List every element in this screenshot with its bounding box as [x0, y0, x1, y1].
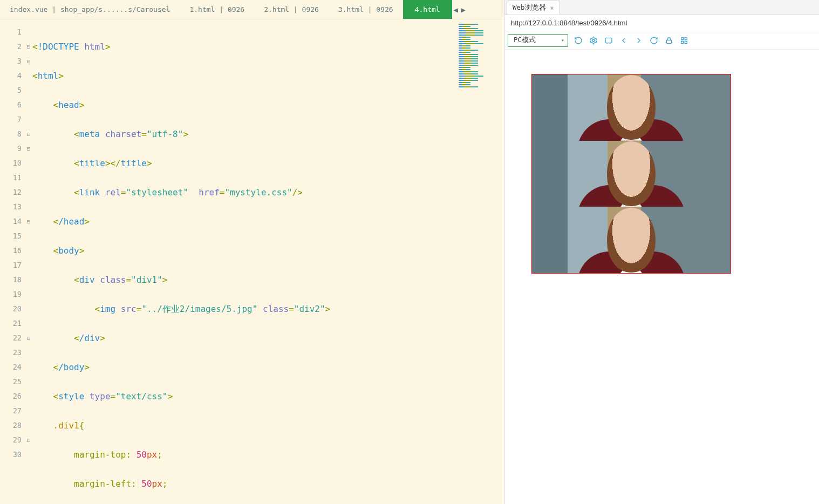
editor-pane: index.vue | shop_app/s......s/Carousel 1… — [0, 0, 504, 504]
tab-label: 2.html | 0926 — [264, 5, 319, 13]
tab-2-html[interactable]: 2.html | 0926 — [254, 0, 329, 19]
tab-label: 4.html — [415, 5, 440, 13]
close-icon[interactable]: × — [550, 4, 554, 12]
tab-3-html[interactable]: 3.html | 0926 — [329, 0, 403, 19]
device-mode-select[interactable]: PC模式 ▾ — [508, 34, 568, 47]
svg-rect-1 — [605, 38, 612, 43]
preview-viewport — [504, 50, 819, 504]
fold-gutter: ⊟ ⊟ ⊟ ⊟ ⊟ ⊟ ⊟ — [25, 19, 32, 504]
svg-rect-2 — [666, 40, 671, 43]
line-number: 24 — [0, 360, 25, 374]
browser-pane: Web浏览器 × PC模式 ▾ — [504, 0, 819, 504]
fold-toggle-icon[interactable]: ⊟ — [25, 433, 32, 447]
fold-toggle-icon[interactable]: ⊟ — [25, 141, 32, 156]
minimap[interactable] — [455, 19, 504, 504]
line-number: 3 — [0, 54, 25, 69]
fold-toggle-icon[interactable]: ⊟ — [25, 331, 32, 345]
editor-area: 1 2 3 4 5 6 7 8 9 10 11 12 13 14 15 16 1… — [0, 19, 504, 504]
line-number: 13 — [0, 200, 25, 214]
preview-image-row — [532, 141, 731, 207]
preview-image-row — [532, 74, 731, 141]
fold-toggle-icon[interactable]: ⊟ — [25, 127, 32, 141]
browser-toolbar: PC模式 ▾ — [504, 31, 819, 50]
preview-image-row — [532, 207, 731, 273]
line-number: 26 — [0, 389, 25, 404]
line-number: 23 — [0, 345, 25, 360]
fold-toggle-icon[interactable]: ⊟ — [25, 214, 32, 229]
line-number: 8 — [0, 127, 25, 141]
browser-tab-label: Web浏览器 — [513, 3, 546, 12]
tab-label: 1.html | 0926 — [189, 5, 244, 13]
chevron-down-icon: ▾ — [561, 37, 564, 43]
screenshot-icon[interactable] — [604, 36, 613, 45]
svg-rect-5 — [681, 41, 684, 43]
line-number: 9 — [0, 141, 25, 156]
fold-toggle-icon[interactable]: ⊟ — [25, 54, 32, 69]
svg-point-0 — [592, 39, 595, 42]
line-number: 27 — [0, 404, 25, 418]
url-bar — [504, 15, 819, 31]
lock-icon[interactable] — [664, 36, 674, 45]
line-number: 25 — [0, 374, 25, 389]
browser-tab-bar: Web浏览器 × — [504, 0, 819, 15]
tab-4-html-active[interactable]: 4.html — [403, 0, 452, 19]
code-view[interactable]: 1 2 3 4 5 6 7 8 9 10 11 12 13 14 15 16 1… — [0, 19, 455, 504]
tab-label: index.vue | shop_app/s......s/Carousel — [10, 5, 170, 13]
line-number: 5 — [0, 83, 25, 98]
line-number: 16 — [0, 243, 25, 258]
refresh-icon[interactable] — [649, 36, 659, 45]
back-icon[interactable] — [619, 36, 629, 45]
line-number: 28 — [0, 418, 25, 433]
url-input[interactable] — [508, 17, 816, 29]
line-number: 21 — [0, 316, 25, 331]
line-number: 14 — [0, 214, 25, 229]
fold-toggle-icon[interactable]: ⊟ — [25, 39, 32, 54]
line-number: 7 — [0, 112, 25, 127]
line-number: 11 — [0, 171, 25, 185]
device-mode-label: PC模式 — [514, 36, 536, 45]
preview-div1[interactable] — [531, 74, 731, 274]
gear-icon[interactable] — [589, 36, 598, 45]
line-number: 1 — [0, 25, 25, 39]
tab-1-html[interactable]: 1.html | 0926 — [180, 0, 254, 19]
line-number: 12 — [0, 185, 25, 200]
line-number: 17 — [0, 258, 25, 273]
tab-scroll-right-icon[interactable]: ▶ — [460, 0, 467, 19]
line-number: 19 — [0, 287, 25, 302]
browser-tab[interactable]: Web浏览器 × — [507, 1, 560, 15]
line-number: 29 — [0, 433, 25, 447]
line-number: 6 — [0, 98, 25, 112]
svg-rect-3 — [681, 37, 684, 39]
line-number: 10 — [0, 156, 25, 171]
grid-icon[interactable] — [679, 36, 689, 45]
line-number: 4 — [0, 69, 25, 83]
editor-tab-bar: index.vue | shop_app/s......s/Carousel 1… — [0, 0, 504, 19]
tab-index-vue[interactable]: index.vue | shop_app/s......s/Carousel — [0, 0, 180, 19]
line-number: 15 — [0, 229, 25, 243]
line-number: 30 — [0, 447, 25, 462]
source-code[interactable]: <!DOCTYPE html> <html> <head> <meta char… — [32, 19, 455, 504]
line-number-gutter: 1 2 3 4 5 6 7 8 9 10 11 12 13 14 15 16 1… — [0, 19, 25, 504]
svg-rect-4 — [685, 37, 687, 39]
line-number: 2 — [0, 39, 25, 54]
tab-label: 3.html | 0926 — [338, 5, 393, 13]
svg-rect-6 — [685, 41, 687, 43]
line-number: 20 — [0, 302, 25, 316]
tab-scroll-left-icon[interactable]: ◀ — [452, 0, 460, 19]
forward-icon[interactable] — [634, 36, 644, 45]
line-number: 22 — [0, 331, 25, 345]
line-number: 18 — [0, 273, 25, 287]
rotate-icon[interactable] — [574, 36, 583, 45]
